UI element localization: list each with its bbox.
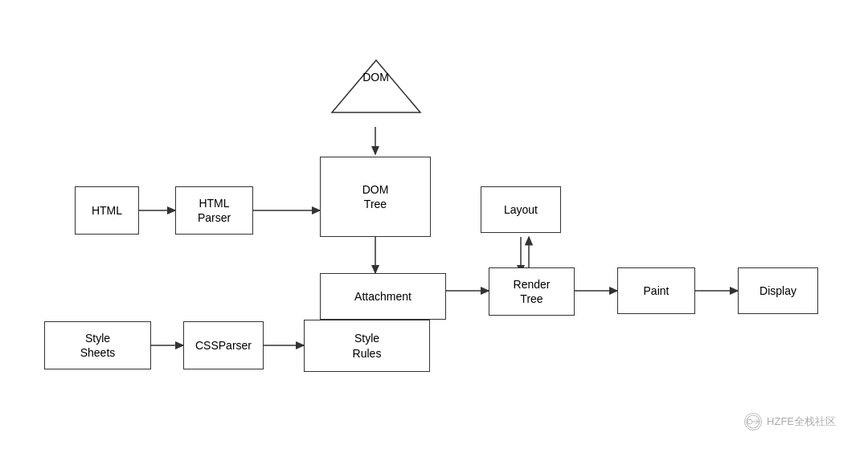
watermark-text: HZFE全栈社区 xyxy=(767,414,836,429)
watermark: HZFE全栈社区 xyxy=(744,413,836,431)
svg-marker-14 xyxy=(332,60,420,112)
html-parser-node: HTML Parser xyxy=(175,186,253,235)
render-tree-node: Render Tree xyxy=(489,267,575,316)
display-node: Display xyxy=(738,267,818,314)
style-sheets-node: Style Sheets xyxy=(44,321,151,369)
svg-point-16 xyxy=(747,419,752,424)
paint-node: Paint xyxy=(617,267,695,314)
attachment-node: Attachment xyxy=(320,273,446,320)
css-parser-node: CSSParser xyxy=(183,321,264,369)
html-node: HTML xyxy=(75,186,139,235)
watermark-icon xyxy=(744,413,762,431)
diagram: DOM HTML HTML Parser DOM Tree Layout Att… xyxy=(0,0,868,453)
layout-node: Layout xyxy=(481,186,561,233)
dom-triangle-node: DOM xyxy=(313,48,438,129)
dom-tree-node: DOM Tree xyxy=(320,157,431,237)
dom-label: DOM xyxy=(362,71,389,84)
style-rules-node: Style Rules xyxy=(304,320,430,372)
